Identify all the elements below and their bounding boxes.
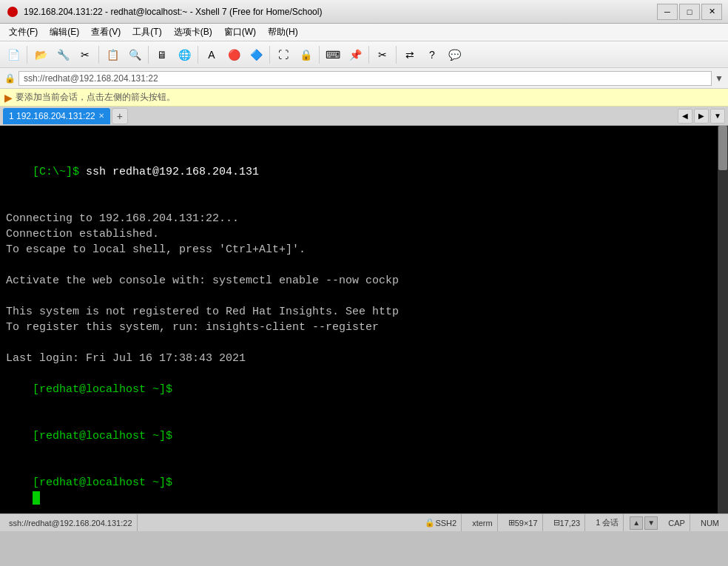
- toolbar-btn-2[interactable]: 🔧: [53, 44, 73, 65]
- scroll-down-button[interactable]: ▼: [644, 516, 658, 530]
- status-host-text: ssh://redhat@192.168.204.131:22: [9, 519, 132, 528]
- tipbar: ▶ 要添加当前会话，点击左侧的箭头按钮。: [0, 89, 728, 107]
- term-prompt-green-3: [redhat@localhost ~]$: [33, 476, 172, 489]
- status-num: NUM: [696, 514, 724, 531]
- term-escape: To escape to local shell, press 'Ctrl+Al…: [6, 242, 722, 257]
- toolbar-separator-15: [368, 46, 369, 64]
- tab-label: 1 192.168.204.131:22: [9, 111, 95, 121]
- term-established: Connection established.: [6, 226, 722, 242]
- status-terminal-text: xterm: [472, 519, 493, 528]
- status-protocol: 🔒 SSH2: [420, 514, 462, 531]
- toolbar-btn-12[interactable]: 🔒: [295, 44, 316, 65]
- menu-item-t[interactable]: 工具(T): [127, 24, 167, 40]
- toolbar-btn-10[interactable]: 🔷: [246, 44, 266, 65]
- toolbar-btn-15[interactable]: ✂: [372, 44, 393, 65]
- address-input[interactable]: ssh://redhat@192.168.204.131:22: [18, 71, 712, 86]
- maximize-button[interactable]: □: [679, 4, 700, 20]
- term-cmd-line: [C:\~]$ ssh redhat@192.168.204.131: [6, 149, 722, 195]
- menu-item-b[interactable]: 选项卡(B): [168, 24, 218, 40]
- status-position: ⊟ 17,23: [549, 514, 586, 531]
- tabbar-nav: ◀ ▶ ▼: [678, 109, 725, 124]
- toolbar-btn-7[interactable]: 🌐: [174, 44, 195, 65]
- toolbar-separator-8: [198, 46, 198, 64]
- tipbar-text: 要添加当前会话，点击左侧的箭头按钮。: [16, 91, 175, 104]
- toolbar-separator-6: [148, 46, 149, 64]
- terminal-cursor: [33, 491, 40, 505]
- status-caps-text: CAP: [668, 519, 685, 528]
- toolbar-btn-17[interactable]: ?: [422, 44, 442, 65]
- statusbar: ssh://redhat@192.168.204.131:22 🔒 SSH2 x…: [0, 513, 728, 531]
- term-cmd-text: ssh redhat@192.168.204.131: [86, 166, 259, 178]
- session-tab-1[interactable]: 1 192.168.204.131:22 ✕: [3, 108, 110, 124]
- term-blank-1: [6, 133, 722, 149]
- status-host: ssh://redhat@192.168.204.131:22: [4, 514, 138, 531]
- close-button[interactable]: ✕: [701, 4, 722, 20]
- scrollbar-thumb[interactable]: [718, 126, 727, 170]
- term-prompt-line-2: [redhat@localhost ~]$: [6, 413, 722, 459]
- addressbar: 🔒 ssh://redhat@192.168.204.131:22 ▼: [0, 68, 728, 89]
- status-scroll-arrows: ▲ ▼: [630, 516, 658, 530]
- status-size-text: 59×17: [515, 519, 538, 528]
- menu-item-h[interactable]: 帮助(H): [262, 24, 304, 40]
- term-insights2: To register this system, run: insights-c…: [6, 320, 722, 335]
- term-prompt-green-2: [redhat@localhost ~]$: [33, 430, 172, 442]
- scroll-up-button[interactable]: ▲: [630, 516, 643, 530]
- term-blank-5: [6, 335, 722, 351]
- status-pos-text: 17,23: [560, 519, 581, 528]
- term-blank-3: [6, 257, 722, 273]
- status-caps: CAP: [664, 514, 690, 531]
- term-connecting: Connecting to 192.168.204.131:22...: [6, 211, 722, 226]
- toolbar-btn-14[interactable]: 📌: [345, 44, 365, 65]
- status-protocol-text: SSH2: [435, 519, 456, 528]
- term-lastlogin: Last login: Fri Jul 16 17:38:43 2021: [6, 351, 722, 366]
- new-tab-button[interactable]: +: [112, 108, 128, 124]
- toolbar-separator-1: [27, 46, 27, 64]
- window-controls: ─ □ ✕: [657, 4, 722, 20]
- tab-close-icon[interactable]: ✕: [98, 112, 104, 120]
- titlebar: 192.168.204.131:22 - redhat@localhost:~ …: [0, 0, 728, 24]
- menu-item-f[interactable]: 文件(F): [3, 24, 44, 40]
- status-size: ⊞ 59×17: [504, 514, 543, 531]
- toolbar: 📄📂🔧✂📋🔍🖥🌐A🔴🔷⛶🔒⌨📌✂⇄?💬: [0, 41, 728, 68]
- toolbar-btn-0[interactable]: 📄: [3, 44, 24, 65]
- term-prompt-1: [C:\~]$: [33, 166, 86, 178]
- menu-item-e[interactable]: 编辑(E): [44, 24, 85, 40]
- pos-icon: ⊟: [553, 518, 560, 528]
- toolbar-separator-4: [98, 46, 99, 64]
- tipbar-arrow-icon[interactable]: ▶: [4, 92, 13, 104]
- app-icon: [6, 5, 19, 18]
- tabbar: 1 192.168.204.131:22 ✕ + ◀ ▶ ▼: [0, 107, 728, 126]
- toolbar-btn-9[interactable]: 🔴: [223, 44, 244, 65]
- term-blank-2: [6, 195, 722, 211]
- tab-next-button[interactable]: ▶: [694, 109, 709, 124]
- term-prompt-line-1: [redhat@localhost ~]$: [6, 366, 722, 413]
- toolbar-btn-5[interactable]: 🔍: [124, 44, 145, 65]
- term-prompt-green-1: [redhat@localhost ~]$: [33, 383, 172, 396]
- tab-prev-button[interactable]: ◀: [678, 109, 692, 124]
- toolbar-btn-4[interactable]: 📋: [102, 44, 123, 65]
- toolbar-btn-3[interactable]: ✂: [75, 44, 95, 65]
- tab-menu-button[interactable]: ▼: [710, 109, 725, 124]
- ssl-lock-icon: 🔒: [4, 73, 16, 84]
- status-sessions-text: 1 会话: [596, 517, 619, 528]
- term-webconsole: Activate the web console with: systemctl…: [6, 273, 722, 289]
- terminal[interactable]: [C:\~]$ ssh redhat@192.168.204.131 Conne…: [0, 126, 728, 513]
- minimize-button[interactable]: ─: [657, 4, 678, 20]
- menu-item-w[interactable]: 窗口(W): [218, 24, 262, 40]
- menubar: 文件(F)编辑(E)查看(V)工具(T)选项卡(B)窗口(W)帮助(H): [0, 24, 728, 41]
- svg-point-0: [7, 7, 18, 17]
- toolbar-btn-11[interactable]: ⛶: [273, 44, 294, 65]
- window-title: 192.168.204.131:22 - redhat@localhost:~ …: [24, 7, 657, 17]
- status-num-text: NUM: [701, 519, 719, 528]
- address-dropdown-icon[interactable]: ▼: [715, 73, 724, 84]
- toolbar-btn-16[interactable]: ⇄: [400, 44, 420, 65]
- toolbar-btn-1[interactable]: 📂: [30, 44, 51, 65]
- terminal-scrollbar[interactable]: [718, 126, 728, 513]
- toolbar-btn-8[interactable]: A: [201, 44, 222, 65]
- toolbar-btn-18[interactable]: 💬: [444, 44, 465, 65]
- toolbar-btn-13[interactable]: ⌨: [323, 44, 343, 65]
- menu-item-v[interactable]: 查看(V): [85, 24, 127, 40]
- term-prompt-line-3: [redhat@localhost ~]$: [6, 459, 722, 513]
- toolbar-separator-13: [319, 46, 320, 64]
- toolbar-btn-6[interactable]: 🖥: [152, 44, 172, 65]
